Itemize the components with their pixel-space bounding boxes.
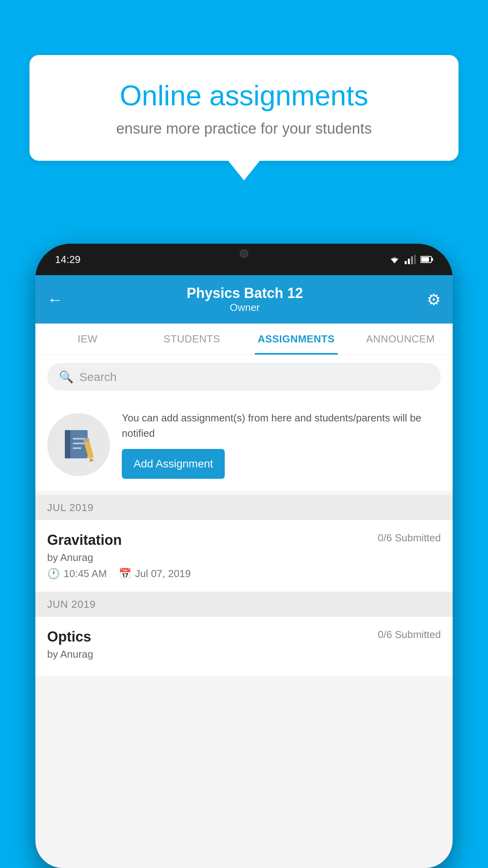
assignment-optics[interactable]: Optics 0/6 Submitted by Anurag	[35, 617, 453, 677]
notebook-svg-icon	[61, 427, 96, 462]
assignment-time-value: 10:45 AM	[64, 568, 107, 580]
search-icon: 🔍	[59, 370, 73, 384]
app-header: ← Physics Batch 12 Owner ⚙	[35, 275, 453, 324]
search-placeholder: Search	[79, 370, 117, 384]
svg-rect-9	[421, 257, 429, 262]
promo-card: Online assignments ensure more practice …	[29, 55, 459, 180]
assignment-top-row: Gravitation 0/6 Submitted	[47, 532, 441, 548]
header-title: Physics Batch 12	[187, 285, 303, 302]
section-jun-2019: JUN 2019	[35, 592, 453, 617]
status-icons	[389, 255, 433, 264]
svg-rect-4	[408, 259, 410, 264]
assignment-time: 🕐 10:45 AM	[47, 568, 107, 580]
battery-icon	[420, 256, 433, 263]
section-jul-2019: JUL 2019	[35, 495, 453, 520]
calendar-icon: 📅	[119, 568, 131, 580]
promo-content: You can add assignment(s) from here and …	[122, 410, 441, 479]
search-bar[interactable]: 🔍 Search	[47, 363, 441, 391]
clock-icon: 🕐	[47, 568, 60, 580]
tab-students[interactable]: STUDENTS	[140, 324, 244, 355]
svg-rect-3	[405, 261, 407, 264]
add-assignment-button[interactable]: Add Assignment	[122, 449, 225, 479]
assignment-optics-top-row: Optics 0/6 Submitted	[47, 629, 441, 645]
front-camera	[240, 249, 248, 258]
tab-announcements[interactable]: ANNOUNCEM	[349, 324, 453, 355]
speech-bubble-arrow	[228, 161, 260, 180]
promo-section: You can add assignment(s) from here and …	[35, 399, 453, 491]
assignment-optics-title: Optics	[47, 629, 91, 645]
wifi-icon	[389, 255, 400, 264]
status-time: 14:29	[55, 254, 81, 266]
bubble-subtitle: ensure more practice for your students	[57, 120, 431, 137]
assignment-meta: 🕐 10:45 AM 📅 Jul 07, 2019	[47, 568, 441, 580]
status-bar: 14:29	[35, 244, 453, 275]
tab-assignments[interactable]: ASSIGNMENTS	[244, 324, 349, 355]
phone-notch	[220, 244, 268, 263]
assignment-optics-submitted: 0/6 Submitted	[378, 629, 441, 641]
assignment-author: by Anurag	[47, 552, 441, 564]
phone-frame: 14:29	[35, 244, 453, 868]
signal-icon	[405, 255, 416, 264]
back-button[interactable]: ←	[47, 292, 63, 307]
assignment-gravitation[interactable]: Gravitation 0/6 Submitted by Anurag 🕐 10…	[35, 520, 453, 592]
search-container: 🔍 Search	[35, 355, 453, 399]
svg-rect-11	[65, 430, 70, 458]
svg-rect-12	[73, 438, 85, 440]
promo-description: You can add assignment(s) from here and …	[122, 410, 441, 441]
assignment-date-value: Jul 07, 2019	[135, 568, 191, 580]
speech-bubble: Online assignments ensure more practice …	[29, 55, 459, 161]
header-center: Physics Batch 12 Owner	[187, 285, 303, 314]
header-subtitle: Owner	[187, 302, 303, 314]
phone-screen: ← Physics Batch 12 Owner ⚙ IEW STUDENTS …	[35, 275, 453, 868]
assignment-submitted: 0/6 Submitted	[378, 532, 441, 544]
tab-iew[interactable]: IEW	[35, 324, 140, 355]
tab-bar: IEW STUDENTS ASSIGNMENTS ANNOUNCEM	[35, 324, 453, 355]
svg-rect-5	[411, 256, 413, 264]
svg-rect-8	[432, 258, 433, 261]
svg-rect-14	[73, 447, 81, 449]
assignment-optics-author: by Anurag	[47, 648, 441, 660]
svg-rect-13	[73, 443, 85, 444]
assignment-title: Gravitation	[47, 532, 122, 548]
scroll-content: 🔍 Search	[35, 355, 453, 868]
bubble-title: Online assignments	[57, 79, 431, 112]
svg-rect-6	[414, 255, 416, 264]
settings-button[interactable]: ⚙	[427, 291, 441, 309]
promo-icon	[47, 413, 110, 476]
assignment-date: 📅 Jul 07, 2019	[119, 568, 191, 580]
